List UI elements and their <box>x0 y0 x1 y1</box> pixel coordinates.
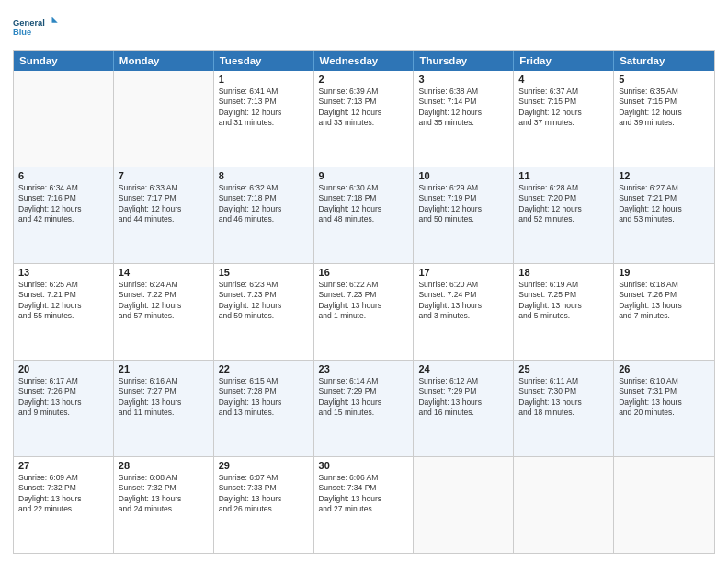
day-info: Sunrise: 6:27 AM Sunset: 7:21 PM Dayligh… <box>619 183 710 225</box>
day-info: Sunrise: 6:24 AM Sunset: 7:22 PM Dayligh… <box>119 280 209 322</box>
cal-cell-day: 12Sunrise: 6:27 AM Sunset: 7:21 PM Dayli… <box>614 167 714 263</box>
day-number: 11 <box>518 170 609 181</box>
day-info: Sunrise: 6:30 AM Sunset: 7:18 PM Dayligh… <box>319 183 409 225</box>
day-number: 30 <box>319 460 409 471</box>
day-number: 6 <box>18 170 108 181</box>
day-number: 8 <box>219 170 309 181</box>
day-info: Sunrise: 6:14 AM Sunset: 7:29 PM Dayligh… <box>319 376 409 419</box>
cal-header-day: Wednesday <box>314 51 415 71</box>
cal-header-day: Sunday <box>14 51 114 71</box>
day-number: 12 <box>619 170 710 181</box>
cal-cell-empty <box>514 457 614 553</box>
day-number: 7 <box>119 170 209 181</box>
day-info: Sunrise: 6:09 AM Sunset: 7:32 PM Dayligh… <box>18 473 108 515</box>
day-info: Sunrise: 6:34 AM Sunset: 7:16 PM Dayligh… <box>18 183 108 225</box>
day-info: Sunrise: 6:20 AM Sunset: 7:24 PM Dayligh… <box>418 280 508 322</box>
day-info: Sunrise: 6:07 AM Sunset: 7:33 PM Dayligh… <box>219 473 309 515</box>
svg-text:General: General <box>13 18 45 28</box>
logo: General Blue <box>13 9 59 44</box>
day-info: Sunrise: 6:25 AM Sunset: 7:21 PM Dayligh… <box>18 280 108 322</box>
cal-cell-day: 17Sunrise: 6:20 AM Sunset: 7:24 PM Dayli… <box>414 264 514 360</box>
day-info: Sunrise: 6:38 AM Sunset: 7:14 PM Dayligh… <box>418 86 508 129</box>
cal-cell-day: 14Sunrise: 6:24 AM Sunset: 7:22 PM Dayli… <box>114 264 214 360</box>
day-number: 27 <box>18 460 108 471</box>
day-info: Sunrise: 6:23 AM Sunset: 7:23 PM Dayligh… <box>219 280 309 322</box>
day-number: 3 <box>418 74 508 85</box>
day-info: Sunrise: 6:08 AM Sunset: 7:32 PM Dayligh… <box>119 473 209 515</box>
calendar-week-row: 1Sunrise: 6:41 AM Sunset: 7:13 PM Daylig… <box>14 71 714 167</box>
cal-cell-day: 6Sunrise: 6:34 AM Sunset: 7:16 PM Daylig… <box>14 167 114 263</box>
cal-cell-empty <box>14 71 114 167</box>
calendar: SundayMondayTuesdayWednesdayThursdayFrid… <box>13 50 715 554</box>
day-number: 13 <box>18 267 108 278</box>
day-number: 10 <box>418 170 508 181</box>
calendar-week-row: 6Sunrise: 6:34 AM Sunset: 7:16 PM Daylig… <box>14 167 714 263</box>
day-number: 9 <box>319 170 409 181</box>
cal-cell-day: 23Sunrise: 6:14 AM Sunset: 7:29 PM Dayli… <box>314 361 415 456</box>
cal-cell-day: 16Sunrise: 6:22 AM Sunset: 7:23 PM Dayli… <box>314 264 415 360</box>
cal-header-day: Saturday <box>614 51 714 71</box>
day-info: Sunrise: 6:28 AM Sunset: 7:20 PM Dayligh… <box>518 183 609 225</box>
cal-cell-day: 10Sunrise: 6:29 AM Sunset: 7:19 PM Dayli… <box>414 167 514 263</box>
cal-cell-day: 21Sunrise: 6:16 AM Sunset: 7:27 PM Dayli… <box>114 361 214 456</box>
day-info: Sunrise: 6:37 AM Sunset: 7:15 PM Dayligh… <box>518 86 609 129</box>
day-number: 20 <box>18 363 108 374</box>
cal-cell-empty <box>614 457 714 553</box>
day-info: Sunrise: 6:10 AM Sunset: 7:31 PM Dayligh… <box>619 376 710 419</box>
calendar-week-row: 27Sunrise: 6:09 AM Sunset: 7:32 PM Dayli… <box>14 456 714 553</box>
day-number: 1 <box>219 74 309 85</box>
day-number: 21 <box>119 363 209 374</box>
cal-cell-day: 25Sunrise: 6:11 AM Sunset: 7:30 PM Dayli… <box>514 361 614 456</box>
cal-cell-day: 4Sunrise: 6:37 AM Sunset: 7:15 PM Daylig… <box>514 71 614 167</box>
day-info: Sunrise: 6:16 AM Sunset: 7:27 PM Dayligh… <box>119 376 209 419</box>
cal-cell-day: 29Sunrise: 6:07 AM Sunset: 7:33 PM Dayli… <box>214 457 314 553</box>
day-info: Sunrise: 6:11 AM Sunset: 7:30 PM Dayligh… <box>518 376 609 419</box>
calendar-body: 1Sunrise: 6:41 AM Sunset: 7:13 PM Daylig… <box>14 71 714 553</box>
day-number: 5 <box>619 74 710 85</box>
page-container: General Blue SundayMondayTuesdayWednesda… <box>0 0 728 563</box>
cal-cell-day: 7Sunrise: 6:33 AM Sunset: 7:17 PM Daylig… <box>114 167 214 263</box>
cal-cell-day: 11Sunrise: 6:28 AM Sunset: 7:20 PM Dayli… <box>514 167 614 263</box>
cal-cell-day: 3Sunrise: 6:38 AM Sunset: 7:14 PM Daylig… <box>414 71 514 167</box>
day-number: 22 <box>219 363 309 374</box>
cal-cell-day: 30Sunrise: 6:06 AM Sunset: 7:34 PM Dayli… <box>314 457 415 553</box>
cal-cell-day: 22Sunrise: 6:15 AM Sunset: 7:28 PM Dayli… <box>214 361 314 456</box>
day-info: Sunrise: 6:06 AM Sunset: 7:34 PM Dayligh… <box>319 473 409 515</box>
day-number: 14 <box>119 267 209 278</box>
day-number: 29 <box>219 460 309 471</box>
cal-cell-day: 8Sunrise: 6:32 AM Sunset: 7:18 PM Daylig… <box>214 167 314 263</box>
day-info: Sunrise: 6:29 AM Sunset: 7:19 PM Dayligh… <box>418 183 508 225</box>
day-number: 2 <box>319 74 409 85</box>
day-number: 24 <box>418 363 508 374</box>
header: General Blue <box>13 9 715 44</box>
cal-header-day: Monday <box>114 51 214 71</box>
cal-cell-empty <box>414 457 514 553</box>
day-info: Sunrise: 6:22 AM Sunset: 7:23 PM Dayligh… <box>319 280 409 322</box>
day-info: Sunrise: 6:33 AM Sunset: 7:17 PM Dayligh… <box>119 183 209 225</box>
cal-cell-day: 24Sunrise: 6:12 AM Sunset: 7:29 PM Dayli… <box>414 361 514 456</box>
cal-cell-day: 9Sunrise: 6:30 AM Sunset: 7:18 PM Daylig… <box>314 167 415 263</box>
cal-cell-day: 1Sunrise: 6:41 AM Sunset: 7:13 PM Daylig… <box>214 71 314 167</box>
day-info: Sunrise: 6:32 AM Sunset: 7:18 PM Dayligh… <box>219 183 309 225</box>
calendar-week-row: 20Sunrise: 6:17 AM Sunset: 7:26 PM Dayli… <box>14 360 714 456</box>
day-number: 4 <box>518 74 609 85</box>
cal-cell-day: 2Sunrise: 6:39 AM Sunset: 7:13 PM Daylig… <box>314 71 415 167</box>
cal-cell-day: 15Sunrise: 6:23 AM Sunset: 7:23 PM Dayli… <box>214 264 314 360</box>
day-info: Sunrise: 6:19 AM Sunset: 7:25 PM Dayligh… <box>518 280 609 322</box>
calendar-header: SundayMondayTuesdayWednesdayThursdayFrid… <box>14 51 714 71</box>
day-info: Sunrise: 6:41 AM Sunset: 7:13 PM Dayligh… <box>219 86 309 129</box>
day-info: Sunrise: 6:15 AM Sunset: 7:28 PM Dayligh… <box>219 376 309 419</box>
cal-cell-empty <box>114 71 214 167</box>
logo-svg: General Blue <box>13 9 59 44</box>
cal-cell-day: 5Sunrise: 6:35 AM Sunset: 7:15 PM Daylig… <box>614 71 714 167</box>
day-number: 15 <box>219 267 309 278</box>
cal-cell-day: 26Sunrise: 6:10 AM Sunset: 7:31 PM Dayli… <box>614 361 714 456</box>
day-number: 25 <box>518 363 609 374</box>
cal-cell-day: 20Sunrise: 6:17 AM Sunset: 7:26 PM Dayli… <box>14 361 114 456</box>
day-number: 18 <box>518 267 609 278</box>
day-number: 23 <box>319 363 409 374</box>
day-number: 17 <box>418 267 508 278</box>
day-info: Sunrise: 6:18 AM Sunset: 7:26 PM Dayligh… <box>619 280 710 322</box>
day-number: 19 <box>619 267 710 278</box>
day-info: Sunrise: 6:35 AM Sunset: 7:15 PM Dayligh… <box>619 86 710 129</box>
